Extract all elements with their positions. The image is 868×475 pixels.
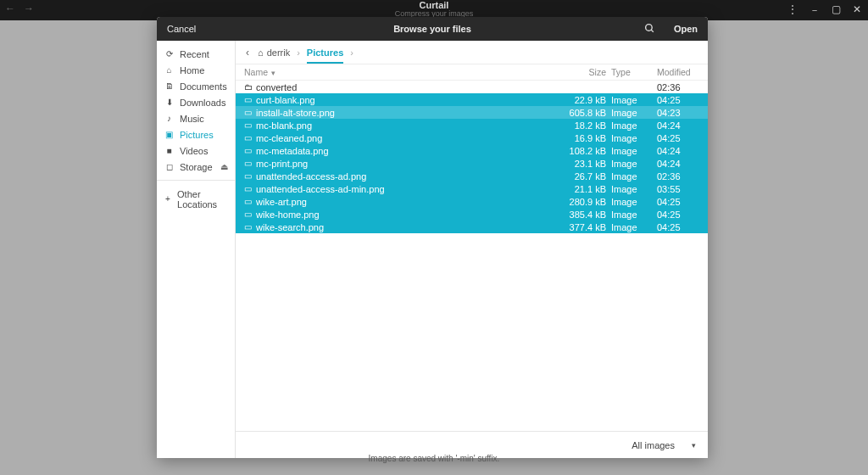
image-file-icon: ▭ [244,171,256,181]
folder-icon: 🗀 [244,82,256,92]
sidebar-item-pictures[interactable]: ▣Pictures [157,126,235,142]
file-row[interactable]: ▭mc-metadata.png108.2 kBImage04:24 [236,144,708,157]
sidebar-item-videos[interactable]: ■Videos [157,142,235,159]
svg-point-0 [646,24,653,31]
file-row[interactable]: ▭install-alt-store.png605.8 kBImage04:23 [236,106,708,119]
sidebar-item-label: Pictures [180,130,214,140]
sort-indicator-icon: ▾ [271,69,275,77]
sidebar-item-label: Home [180,65,204,75]
sidebar-item-other-locations[interactable]: +Other Locations [157,186,235,212]
image-file-icon: ▭ [244,159,256,168]
file-row[interactable]: ▭mc-cleaned.png16.9 kBImage04:25 [236,131,708,144]
place-icon: ▣ [164,130,175,139]
search-icon[interactable] [636,23,664,36]
menu-icon[interactable]: ⋮ [787,3,798,18]
svg-line-1 [651,30,654,32]
path-back-icon[interactable]: ‹ [244,47,251,59]
place-icon: ⌂ [164,65,175,75]
col-modified[interactable]: Modified [657,67,699,77]
sidebar-item-home[interactable]: ⌂Home [157,62,235,78]
image-file-icon: ▭ [244,184,256,193]
file-filter-dropdown[interactable]: All images ▾ [632,440,696,450]
sidebar-item-label: Storage [180,162,213,172]
eject-icon[interactable]: ⏏ [220,162,228,171]
sidebar-item-music[interactable]: ♪Music [157,110,235,126]
image-file-icon: ▭ [244,133,256,142]
sidebar-item-storage[interactable]: ◻Storage⏏ [157,159,235,175]
sidebar-item-documents[interactable]: 🗎Documents [157,78,235,94]
minimize-icon[interactable]: － [810,3,820,18]
folder-row[interactable]: 🗀converted--02:36 [236,81,708,93]
dialog-title: Browse your files [393,24,471,34]
sidebar-item-label: Music [180,114,204,124]
sidebar-item-label: Documents [180,81,227,92]
home-icon: ⌂ [258,48,264,58]
maximize-icon[interactable]: ▢ [832,3,841,18]
place-icon: 🗎 [164,81,175,91]
sidebar-item-label: Downloads [180,98,225,108]
nav-back-icon[interactable]: ← [5,3,15,14]
sidebar-item-recent[interactable]: ⟳Recent [157,46,235,62]
image-file-icon: ▭ [244,222,256,232]
place-icon: ⟳ [164,49,175,59]
file-row[interactable]: ▭unattended-access-ad-min.png21.1 kBImag… [236,182,708,195]
file-row[interactable]: ▭wike-home.png385.4 kBImage04:25 [236,208,708,221]
nav-forward-icon[interactable]: → [24,3,34,14]
col-name[interactable]: Name▾ [244,67,555,77]
place-icon: ⬇ [164,98,175,107]
file-row[interactable]: ▭mc-blank.png18.2 kBImage04:24 [236,119,708,131]
column-headers: Name▾ Size Type Modified [236,64,708,81]
path-bar: ‹ ⌂ derrik › Pictures › [236,41,708,64]
sidebar-item-label: Other Locations [177,189,228,210]
chevron-right-icon: › [350,48,353,58]
breadcrumb-current[interactable]: Pictures [307,48,343,64]
image-file-icon: ▭ [244,210,256,219]
places-sidebar: ⟳Recent⌂Home🗎Documents⬇Downloads♪Music▣P… [157,41,236,458]
open-button[interactable]: Open [664,24,708,34]
file-chooser-dialog: Cancel Browse your files Open ⟳Recent⌂Ho… [157,17,708,458]
place-icon: ■ [164,146,175,155]
image-file-icon: ▭ [244,108,256,117]
image-file-icon: ▭ [244,95,256,104]
close-icon[interactable]: ✕ [853,3,861,18]
image-file-icon: ▭ [244,120,256,130]
sidebar-item-label: Recent [180,49,209,59]
status-line: Images are saved with '-min' suffix. [0,454,868,463]
file-row[interactable]: ▭mc-print.png23.1 kBImage04:24 [236,157,708,170]
file-list: 🗀converted--02:36▭curt-blank.png22.9 kBI… [236,81,708,431]
image-file-icon: ▭ [244,197,256,206]
sidebar-item-label: Videos [180,146,208,156]
chevron-down-icon: ▾ [692,441,696,450]
chevron-right-icon: › [297,48,300,58]
file-row[interactable]: ▭wike-art.png280.9 kBImage04:25 [236,195,708,208]
sidebar-item-downloads[interactable]: ⬇Downloads [157,94,235,110]
col-type[interactable]: Type [611,67,652,77]
file-row[interactable]: ▭curt-blank.png22.9 kBImage04:25 [236,93,708,106]
breadcrumb-home[interactable]: ⌂ derrik [258,48,290,58]
col-size[interactable]: Size [555,67,606,77]
plus-icon: + [164,194,172,204]
file-row[interactable]: ▭unattended-access-ad.png26.7 kBImage02:… [236,170,708,182]
file-row[interactable]: ▭wike-search.png377.4 kBImage04:25 [236,221,708,233]
place-icon: ♪ [164,114,175,123]
cancel-button[interactable]: Cancel [157,24,206,34]
image-file-icon: ▭ [244,146,256,155]
place-icon: ◻ [164,162,175,171]
